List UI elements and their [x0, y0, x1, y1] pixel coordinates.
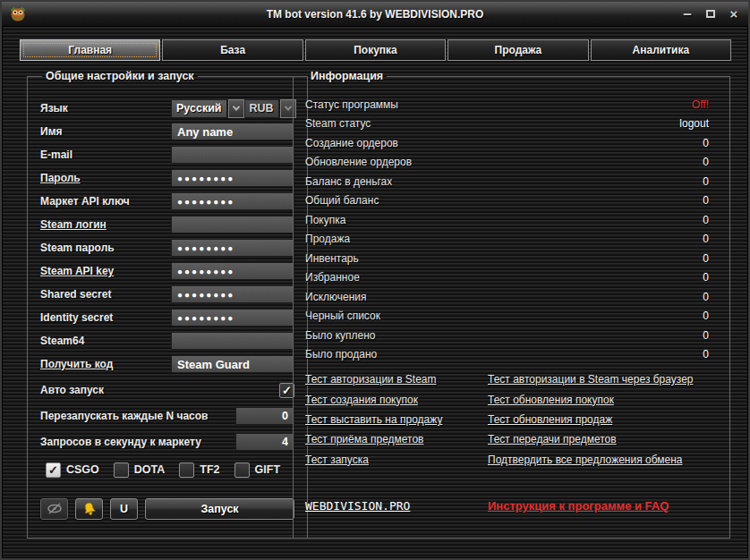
info-value: 0	[703, 156, 709, 168]
info-label: Общий баланс	[305, 194, 379, 207]
test-launch-link[interactable]: Тест запуска	[305, 454, 488, 466]
test-update-purchases-link[interactable]: Тест обновления покупок	[488, 394, 718, 406]
action-buttons-row: U Запуск	[40, 497, 294, 520]
info-row-program-status: Статус программы Off!	[305, 95, 718, 115]
info-value: 0	[703, 348, 709, 361]
steam-login-label-link[interactable]: Steam логин	[40, 218, 171, 231]
close-button[interactable]: ×	[727, 7, 741, 21]
info-row: Покупка 0	[305, 210, 718, 230]
info-row-steam-status: Steam статус logout	[305, 115, 718, 134]
test-transfer-items-link[interactable]: Тест передачи предметов	[488, 433, 718, 445]
info-label: Исключения	[305, 291, 367, 303]
app-window: TM bot version 41.6 by WEBDIVISION.PRO –…	[0, 0, 750, 560]
dota-label: DOTA	[134, 463, 166, 476]
test-list-for-sale-link[interactable]: Тест выставить на продажу	[305, 413, 488, 426]
notification-button[interactable]	[75, 498, 103, 520]
info-value: 0	[703, 252, 709, 265]
info-row: Создание ордеров 0	[305, 133, 718, 153]
steam-password-field[interactable]	[171, 239, 294, 257]
faq-link[interactable]: Инструкция к программе и FAQ	[488, 499, 718, 513]
minimize-button[interactable]: –	[680, 7, 695, 21]
game-gift: GIFT	[234, 462, 280, 478]
test-steam-auth-link[interactable]: Тест авторизации в Steam	[305, 373, 488, 386]
maximize-icon	[706, 10, 715, 18]
form-row: Steam64	[40, 329, 294, 352]
form-row: Shared secret	[40, 283, 294, 306]
language-label: Язык	[40, 102, 171, 115]
steam64-label: Steam64	[40, 335, 171, 347]
info-row: Избранное 0	[305, 268, 718, 288]
tab-buy[interactable]: Покупка	[305, 39, 446, 61]
tab-sell[interactable]: Продажа	[447, 39, 588, 61]
update-button[interactable]: U	[110, 498, 138, 520]
dota-checkbox[interactable]	[114, 462, 129, 478]
game-dota: DOTA	[114, 462, 166, 478]
form-row: Получить код	[40, 352, 294, 376]
program-status-value: Off!	[692, 98, 709, 111]
info-rows: Статус программы Off! Steam статус logou…	[305, 95, 718, 364]
info-label: Было куплено	[305, 329, 376, 342]
settings-panel-title: Общие настройки и запуск	[42, 70, 198, 82]
requests-per-sec-field[interactable]	[235, 433, 294, 451]
password-field[interactable]	[171, 169, 294, 187]
language-value: Русский	[171, 99, 227, 118]
test-create-purchases-link[interactable]: Тест создания покупок	[305, 394, 488, 406]
gift-checkbox[interactable]	[234, 462, 250, 478]
test-update-sales-link[interactable]: Тест обновления продаж	[488, 413, 718, 426]
info-label: Продажа	[305, 233, 350, 245]
tab-analytics[interactable]: Аналитика	[591, 39, 731, 61]
tf2-checkbox[interactable]	[179, 462, 194, 478]
test-receive-items-link[interactable]: Тест приёма предметов	[305, 433, 488, 445]
info-row: Обновление ордеров 0	[305, 153, 718, 173]
currency-select[interactable]: RUB	[244, 99, 296, 118]
info-label: Покупка	[305, 214, 345, 226]
name-field[interactable]	[171, 123, 294, 140]
info-row: Исключения 0	[305, 287, 718, 307]
test-steam-auth-browser-link[interactable]: Тест авторизации в Steam через браузер	[488, 373, 718, 386]
games-row: ✓ CSGO DOTA TF2 GIFT	[40, 456, 294, 483]
confirm-all-trades-link[interactable]: Подтвердить все предложения обмена	[488, 454, 718, 466]
start-button[interactable]: Запуск	[145, 498, 294, 520]
info-row: Общий баланс 0	[305, 191, 718, 211]
shared-secret-field[interactable]	[171, 285, 294, 303]
tab-bar: Главная База Покупка Продажа Аналитика	[20, 39, 731, 61]
language-dropdown-button[interactable]	[228, 99, 244, 118]
steam-api-key-field[interactable]	[171, 262, 294, 280]
info-value: 0	[703, 291, 709, 303]
get-code-label-link[interactable]: Получить код	[40, 358, 171, 370]
form-row: Steam логин	[40, 213, 294, 236]
info-label: Было продано	[305, 348, 377, 361]
info-row: Баланс в деньгах 0	[305, 172, 718, 191]
steam-guard-code-field[interactable]	[171, 355, 294, 373]
form-row: Steam API key	[40, 259, 294, 283]
gift-label: GIFT	[255, 463, 280, 476]
form-row: Identity secret	[40, 306, 294, 329]
steam64-field[interactable]	[171, 332, 294, 350]
restart-hours-field[interactable]	[235, 407, 294, 425]
maximize-button[interactable]	[703, 7, 718, 21]
language-select[interactable]: Русский	[171, 99, 244, 118]
tab-main[interactable]: Главная	[20, 39, 160, 61]
chevron-down-icon	[232, 103, 239, 110]
csgo-checkbox[interactable]: ✓	[46, 462, 61, 478]
form-row: E-mail	[40, 143, 294, 166]
requests-per-sec-label: Запросов в секунду к маркету	[40, 436, 235, 448]
test-link-row: Тест создания покупок Тест обновления по…	[305, 389, 718, 409]
hide-password-button[interactable]	[40, 498, 68, 520]
test-links: Тест авторизации в Steam Тест авторизаци…	[305, 369, 718, 470]
steam-password-label: Steam пароль	[40, 242, 171, 254]
email-field[interactable]	[171, 146, 294, 164]
identity-secret-field[interactable]	[171, 309, 294, 327]
info-label: Статус программы	[305, 98, 398, 111]
info-row: Инвентарь 0	[305, 249, 718, 268]
test-link-row: Тест приёма предметов Тест передачи пред…	[305, 429, 718, 449]
info-footer: WEBDIVISION.PRO Инструкция к программе и…	[305, 499, 718, 513]
tab-base[interactable]: База	[162, 39, 303, 61]
info-value: 0	[703, 329, 709, 342]
password-label-link[interactable]: Пароль	[40, 172, 171, 184]
steam-api-key-label-link[interactable]: Steam API key	[40, 265, 171, 277]
bell-icon	[81, 500, 98, 517]
market-api-key-field[interactable]	[171, 192, 294, 210]
steam-login-field[interactable]	[171, 216, 294, 233]
site-link[interactable]: WEBDIVISION.PRO	[305, 499, 488, 513]
